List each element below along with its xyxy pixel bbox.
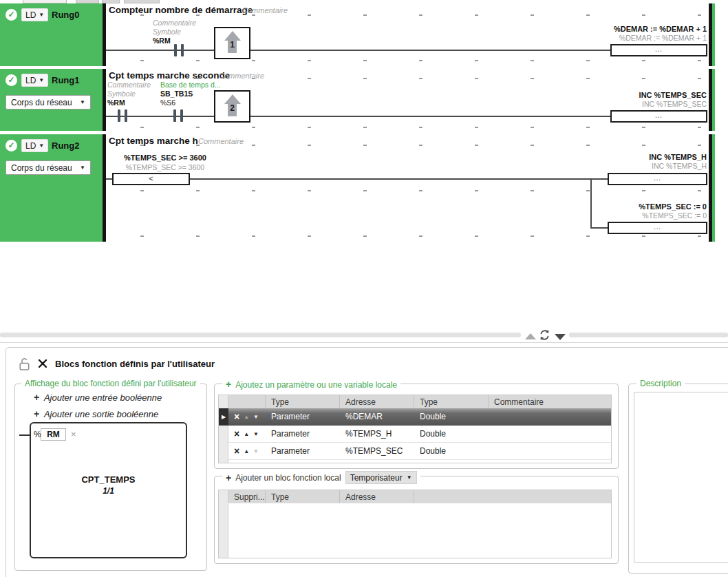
- rung1-language-label: LD: [25, 76, 36, 85]
- params-group-legend[interactable]: + Ajoutez un paramètre ou une variable l…: [222, 379, 400, 390]
- rung0-title[interactable]: Compteur nombre de démarrage: [109, 5, 253, 15]
- contact-address[interactable]: %RM: [153, 36, 171, 45]
- contact-symbol-label: Symbole: [153, 28, 181, 36]
- contact-icon[interactable]: [118, 109, 120, 122]
- splitter-bar[interactable]: [569, 333, 728, 337]
- add-bool-output-button[interactable]: + Ajouter une sortie booléenne: [34, 408, 158, 419]
- splitter-expand-icon[interactable]: [555, 334, 566, 340]
- block-number: 1: [215, 40, 249, 50]
- chevron-down-icon: ▼: [80, 99, 85, 105]
- splitter-bar[interactable]: [0, 333, 521, 337]
- splitter-refresh-icon[interactable]: [539, 329, 550, 341]
- table-row[interactable]: × ▲ ▼ Parameter %TEMPS_SEC Double: [228, 443, 611, 460]
- rung2-valid-check-icon: ✓: [6, 140, 17, 151]
- rung0-language-dropdown[interactable]: LD ▼: [21, 8, 48, 21]
- contact-icon[interactable]: [181, 44, 184, 56]
- udfb-block-page: 1/1: [30, 486, 187, 496]
- cell-type2: Double: [414, 429, 489, 439]
- rung0-operation-box[interactable]: ...: [610, 44, 707, 56]
- contact-icon[interactable]: [174, 44, 177, 56]
- move-up-icon[interactable]: ▲: [244, 431, 249, 437]
- splitter-collapse-icon[interactable]: [525, 333, 536, 339]
- contact-icon[interactable]: [125, 109, 127, 122]
- cell-type: Parameter: [266, 446, 340, 456]
- fb-type-dropdown[interactable]: Temporisateur ▼: [345, 471, 417, 484]
- rung1-header[interactable]: ✓ LD ▼ Rung1 Corps du réseau ▼: [0, 69, 103, 131]
- rung2-header[interactable]: ✓ LD ▼ Rung2 Corps du réseau ▼: [0, 134, 103, 242]
- rung2-body-dropdown[interactable]: Corps du réseau ▼: [6, 160, 91, 175]
- rung2-language-dropdown[interactable]: LD ▼: [21, 139, 48, 152]
- header-adresse: Adresse: [340, 490, 414, 503]
- rung1-body-dropdown[interactable]: Corps du réseau ▼: [6, 95, 91, 109]
- rung1-operation-box[interactable]: ...: [610, 110, 707, 123]
- contact-symbol-label: SB_TB1S: [160, 90, 193, 98]
- table-row[interactable]: × ▲ ▼ Parameter %DEMAR Double: [228, 408, 611, 426]
- delete-row-icon[interactable]: ×: [234, 447, 239, 455]
- cell-adresse: %TEMPS_H: [340, 429, 414, 439]
- params-table: Type Adresse Type Commentaire ▶ × ▲ ▼ Pa…: [218, 395, 612, 463]
- rung1-body-label: Corps du réseau: [11, 98, 72, 107]
- contact-icon[interactable]: [180, 109, 183, 122]
- unlock-icon[interactable]: [18, 357, 31, 371]
- rung0-operation-grey: %DEMAR := %DEMAR + 1: [475, 34, 707, 42]
- rung0-comment-placeholder[interactable]: Commentaire: [242, 6, 288, 14]
- fb-group-legend[interactable]: + Ajouter un bloc fonction local Tempori…: [222, 471, 420, 484]
- move-down-icon[interactable]: ▼: [253, 448, 259, 454]
- add-bool-input-button[interactable]: + Ajouter une entrée booléenne: [34, 392, 162, 403]
- chevron-down-icon: ▼: [80, 165, 85, 171]
- cell-adresse: %TEMPS_SEC: [340, 446, 414, 456]
- cell-adresse: %DEMAR: [340, 412, 414, 421]
- description-textarea[interactable]: [634, 392, 728, 563]
- rung2-operation2-bold: %TEMPS_SEC := 0: [475, 202, 707, 211]
- rung1-language-dropdown[interactable]: LD ▼: [21, 74, 48, 87]
- compare-block[interactable]: <: [112, 173, 190, 185]
- move-up-icon[interactable]: ▲: [244, 448, 249, 454]
- rung2-branch-wire: [590, 227, 608, 229]
- pin-delete-icon[interactable]: ×: [71, 429, 76, 439]
- add-bool-input-label: Ajouter une entrée booléenne: [44, 392, 162, 403]
- rung2-operation2-box[interactable]: ...: [608, 222, 707, 234]
- rung2-operation1-bold: INC %TEMPS_H: [475, 153, 707, 161]
- rung0-header[interactable]: ✓ LD ▼ Rung0: [0, 3, 103, 66]
- rung2-body-label: Corps du réseau: [11, 163, 72, 173]
- cell-type2: Double: [414, 446, 489, 456]
- contact-address[interactable]: %S6: [160, 98, 175, 107]
- table-row[interactable]: × ▲ ▼ Parameter %TEMPS_H Double: [228, 426, 611, 443]
- add-bool-output-label: Ajouter une sortie booléenne: [44, 409, 158, 419]
- panel-title: Blocs fonction définis par l'utilisateur: [55, 359, 215, 369]
- plc-editor-window: ✓ LD ▼ Rung0 Compteur nombre de démarrag…: [0, 0, 728, 577]
- grid-dashes: [140, 235, 705, 237]
- delete-row-icon[interactable]: ×: [234, 430, 239, 438]
- move-down-icon[interactable]: ▼: [253, 414, 259, 420]
- cell-type: Parameter: [266, 412, 340, 421]
- rung2-operation1-box[interactable]: ...: [608, 173, 707, 185]
- close-icon[interactable]: [37, 358, 48, 369]
- arrow-up-icon: [224, 94, 241, 104]
- contact-icon[interactable]: [173, 109, 176, 122]
- rung2-language-label: LD: [25, 141, 36, 151]
- rung2-operation1-grey: INC %TEMPS_H: [475, 162, 707, 170]
- rung0-name: Rung0: [52, 10, 79, 20]
- params-group-legend-label: Ajoutez un paramètre ou une variable loc…: [235, 380, 397, 390]
- contact-comment-label: Commentaire: [107, 81, 151, 90]
- compare-bold: %TEMPS_SEC >= 3600: [96, 154, 234, 162]
- pin-name-input[interactable]: RM: [41, 428, 66, 441]
- move-up-icon[interactable]: ▲: [244, 414, 249, 420]
- move-down-icon[interactable]: ▼: [253, 431, 259, 437]
- row-gutter: [219, 395, 228, 463]
- fb-type-label: Temporisateur: [350, 473, 403, 483]
- arrow-up-icon: [224, 31, 241, 41]
- row-selector[interactable]: ▶: [219, 408, 228, 426]
- chevron-down-icon: ▼: [407, 474, 412, 481]
- rung1-rising-edge-block[interactable]: 2: [214, 90, 250, 123]
- chevron-down-icon: ▼: [39, 77, 44, 83]
- delete-row-icon[interactable]: ×: [234, 412, 239, 421]
- toolbar-remnant: [124, 0, 160, 3]
- rung2-operation2-grey: %TEMPS_SEC := 0: [475, 211, 707, 220]
- rung0-rising-edge-block[interactable]: 1: [214, 27, 250, 59]
- rung2-name: Rung2: [52, 140, 79, 151]
- rung1-operation-bold: INC %TEMPS_SEC: [475, 91, 707, 99]
- contact-address[interactable]: %RM: [107, 98, 125, 107]
- contact-comment-label: Commentaire: [153, 19, 196, 28]
- header-actions: [228, 395, 266, 408]
